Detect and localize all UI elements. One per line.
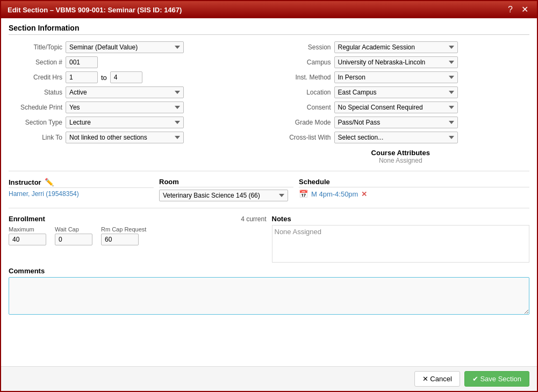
course-attributes-section: Course Attributes None Assigned xyxy=(272,149,530,164)
calendar-icon: 📅 xyxy=(299,190,308,198)
cross-list-label: Cross-list With xyxy=(272,134,331,141)
title-bar-controls: ? ✕ xyxy=(506,5,530,14)
section-num-row: Section # xyxy=(9,56,267,68)
enrollment-fields: Maximum Wait Cap Rm Cap Request xyxy=(9,226,267,245)
divider-1 xyxy=(9,171,529,171)
title-topic-select[interactable]: Seminar (Default Value) xyxy=(66,41,184,53)
notes-content[interactable]: None Assigned xyxy=(272,225,530,263)
campus-row: Campus University of Nebraska-Lincoln xyxy=(272,56,530,68)
notes-section: Notes None Assigned xyxy=(272,215,530,263)
schedule-print-select[interactable]: Yes xyxy=(66,101,184,113)
instructor-header: Instructor ✏️ xyxy=(9,178,154,188)
enrollment-header: Enrollment 4 current xyxy=(9,215,267,223)
right-column: Session Regular Academic Session Campus … xyxy=(272,41,530,164)
location-label: Location xyxy=(272,89,331,96)
schedule-header: Schedule xyxy=(299,178,529,187)
edit-section-dialog: Edit Section – VBMS 909-001: Seminar (SI… xyxy=(0,0,538,392)
schedule-section: Schedule 📅 M 4pm-4:50pm ✕ xyxy=(299,178,529,201)
instructor-edit-icon[interactable]: ✏️ xyxy=(45,178,54,186)
status-label: Status xyxy=(9,89,62,96)
schedule-item: 📅 M 4pm-4:50pm ✕ xyxy=(299,190,529,198)
wait-cap-label: Wait Cap xyxy=(55,226,92,233)
notes-none-assigned: None Assigned xyxy=(275,228,321,236)
status-row: Status Active xyxy=(9,86,267,98)
section-info-header: Section Information xyxy=(9,24,529,35)
notes-header: Notes xyxy=(272,215,530,223)
consent-label: Consent xyxy=(272,104,331,111)
cross-list-row: Cross-list With Select section... xyxy=(272,132,530,143)
enrollment-current: 4 current xyxy=(241,215,266,223)
location-select[interactable]: East Campus xyxy=(334,86,458,98)
inst-method-label: Inst. Method xyxy=(272,74,331,81)
section-type-select[interactable]: Lecture xyxy=(66,117,184,128)
location-row: Location East Campus xyxy=(272,86,530,98)
course-attr-header: Course Attributes xyxy=(272,149,530,157)
grade-mode-row: Grade Mode Pass/Not Pass xyxy=(272,117,530,128)
grade-mode-label: Grade Mode xyxy=(272,119,331,126)
cancel-button[interactable]: ✕ Cancel xyxy=(414,371,460,387)
session-select[interactable]: Regular Academic Session xyxy=(334,41,458,53)
link-to-label: Link To xyxy=(9,134,62,141)
dialog-content: Section Information Title/Topic Seminar … xyxy=(1,18,537,366)
room-header: Room xyxy=(159,178,293,187)
instructor-name: Harner, Jerri (19548354) xyxy=(9,190,154,198)
title-topic-label: Title/Topic xyxy=(9,43,62,51)
dialog-footer: ✕ Cancel ✔ Save Section xyxy=(1,366,537,391)
status-select[interactable]: Active xyxy=(66,86,184,98)
credit-min-input[interactable] xyxy=(66,71,98,83)
dialog-title: Edit Section – VBMS 909-001: Seminar (SI… xyxy=(8,6,182,14)
consent-select[interactable]: No Special Consent Required xyxy=(334,101,458,113)
session-row: Session Regular Academic Session xyxy=(272,41,530,53)
consent-row: Consent No Special Consent Required xyxy=(272,101,530,113)
room-select-wrapper: Veterinary Basic Science 145 (66) xyxy=(159,190,293,201)
grade-mode-select[interactable]: Pass/Not Pass xyxy=(334,117,458,128)
save-button[interactable]: ✔ Save Section xyxy=(464,371,529,387)
rm-cap-label: Rm Cap Request xyxy=(101,226,146,233)
session-label: Session xyxy=(272,43,331,51)
section-type-label: Section Type xyxy=(9,119,62,126)
rm-cap-field: Rm Cap Request xyxy=(101,226,146,245)
section-fields: Title/Topic Seminar (Default Value) Sect… xyxy=(9,41,529,164)
link-to-row: Link To Not linked to other sections xyxy=(9,132,267,143)
schedule-print-row: Schedule Print Yes xyxy=(9,101,267,113)
link-to-select[interactable]: Not linked to other sections xyxy=(66,132,184,143)
credit-max-input[interactable] xyxy=(110,71,142,83)
wait-cap-field: Wait Cap xyxy=(55,226,92,245)
inst-method-row: Inst. Method In Person xyxy=(272,71,530,83)
remove-schedule-icon[interactable]: ✕ xyxy=(361,190,367,198)
close-button[interactable]: ✕ xyxy=(519,5,530,14)
section-type-row: Section Type Lecture xyxy=(9,117,267,128)
left-column: Title/Topic Seminar (Default Value) Sect… xyxy=(9,41,267,164)
instructor-room-schedule: Instructor ✏️ Harner, Jerri (19548354) R… xyxy=(9,178,529,201)
enrollment-title: Enrollment xyxy=(9,215,45,223)
rm-cap-input[interactable] xyxy=(101,234,139,245)
enrollment-section: Enrollment 4 current Maximum Wait Cap Rm… xyxy=(9,215,267,263)
course-attr-none: None Assigned xyxy=(272,157,530,164)
maximum-input[interactable] xyxy=(9,234,46,245)
maximum-field: Maximum xyxy=(9,226,46,245)
credit-to-label: to xyxy=(101,74,107,82)
title-bar: Edit Section – VBMS 909-001: Seminar (SI… xyxy=(1,1,537,18)
instructor-section: Instructor ✏️ Harner, Jerri (19548354) xyxy=(9,178,154,201)
section-num-input[interactable] xyxy=(66,56,98,68)
enrollment-notes-row: Enrollment 4 current Maximum Wait Cap Rm… xyxy=(9,215,529,263)
campus-select[interactable]: University of Nebraska-Lincoln xyxy=(334,56,458,68)
comments-header: Comments xyxy=(9,267,529,275)
maximum-label: Maximum xyxy=(9,226,46,233)
room-select[interactable]: Veterinary Basic Science 145 (66) xyxy=(159,190,288,201)
schedule-print-label: Schedule Print xyxy=(9,104,62,111)
cross-list-select[interactable]: Select section... xyxy=(334,132,458,143)
comments-textarea[interactable] xyxy=(9,277,529,315)
room-section: Room Veterinary Basic Science 145 (66) xyxy=(159,178,293,201)
help-button[interactable]: ? xyxy=(506,5,515,14)
wait-cap-input[interactable] xyxy=(55,234,92,245)
section-num-label: Section # xyxy=(9,59,62,66)
title-topic-row: Title/Topic Seminar (Default Value) xyxy=(9,41,267,53)
divider-2 xyxy=(9,208,529,208)
comments-section: Comments xyxy=(9,267,529,316)
credit-hrs-row: Credit Hrs to xyxy=(9,71,267,83)
credit-hrs-label: Credit Hrs xyxy=(9,74,62,81)
campus-label: Campus xyxy=(272,59,331,66)
inst-method-select[interactable]: In Person xyxy=(334,71,458,83)
schedule-time: M 4pm-4:50pm xyxy=(311,190,358,198)
